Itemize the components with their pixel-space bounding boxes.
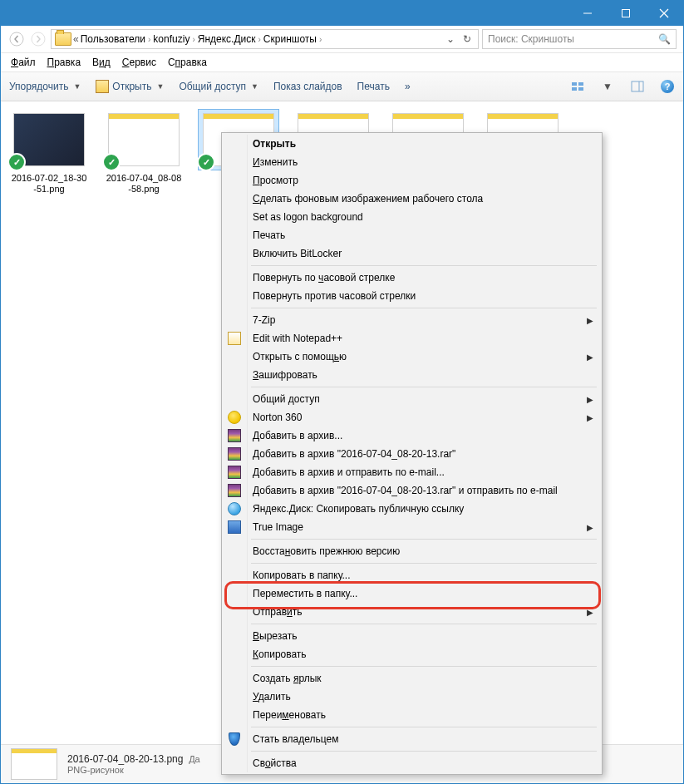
context-menu-item[interactable]: Яндекс.Диск: Скопировать публичную ссылк… [248, 500, 600, 518]
context-menu-label: Включить BitLocker [253, 248, 342, 259]
menu-file[interactable]: Файл [11, 57, 36, 68]
minimize-button[interactable] [568, 1, 607, 26]
context-menu-item[interactable]: Повернуть против часовой стрелки [248, 287, 600, 305]
nav-back-button[interactable] [7, 30, 26, 48]
svg-point-4 [10, 32, 23, 46]
file-item[interactable]: ✓2016-07-04_08-08-58.png [104, 110, 184, 195]
context-menu-item[interactable]: Добавить в архив и отправить по e-mail..… [248, 463, 600, 481]
context-menu-item[interactable]: Повернуть по часовой стрелке [248, 269, 600, 287]
context-menu-separator [251, 539, 597, 540]
context-menu-label: Set as logon background [253, 211, 363, 223]
ti-icon [228, 520, 241, 534]
help-icon[interactable]: ? [660, 79, 675, 94]
context-menu-item[interactable]: Edit with Notepad++ [248, 329, 600, 348]
menubar: Файл Правка Вид Сервис Справка [1, 53, 683, 72]
view-dropdown-icon[interactable]: ▼ [600, 79, 615, 94]
breadcrumb-dropdown-icon[interactable]: ⌄ [443, 33, 458, 45]
context-menu-item[interactable]: Копировать в папку... [248, 566, 600, 584]
chevron-right-icon: › [145, 35, 153, 44]
preview-pane-icon[interactable] [630, 79, 645, 94]
context-menu-item[interactable]: Свойства [248, 754, 600, 772]
context-menu-item[interactable]: Добавить в архив "2016-07-04_08-20-13.ra… [248, 445, 600, 463]
context-menu-label: Переместить в папку... [253, 588, 357, 599]
context-menu-label: Зашифровать [253, 369, 317, 381]
context-menu-label: Восстановить прежнюю версию [253, 545, 400, 557]
rar-icon [228, 484, 241, 497]
organize-button[interactable]: Упорядочить▼ [9, 81, 81, 92]
context-menu-item[interactable]: 7-Zip▶ [248, 311, 600, 329]
context-menu-label: Копировать [253, 648, 307, 660]
norton-icon [228, 411, 241, 424]
menu-help[interactable]: Справка [168, 57, 207, 68]
context-menu-label: Сделать фоновым изображением рабочего ст… [253, 193, 483, 205]
shield-icon [229, 732, 240, 746]
svg-rect-9 [578, 87, 583, 91]
sync-ok-icon: ✓ [102, 153, 121, 171]
share-button[interactable]: Общий доступ▼ [179, 81, 258, 92]
open-icon [96, 80, 109, 93]
context-menu-item[interactable]: Вырезать [248, 627, 600, 645]
refresh-icon[interactable]: ↻ [460, 33, 475, 45]
print-button[interactable]: Печать [357, 81, 390, 92]
context-menu-item[interactable]: Стать владельцем [248, 730, 600, 748]
context-menu-item[interactable]: Добавить в архив... [248, 427, 600, 445]
context-menu-label: Добавить в архив и отправить по e-mail..… [253, 466, 445, 478]
search-input[interactable]: Поиск: Скриншоты 🔍 [482, 29, 677, 49]
context-menu-separator [251, 563, 597, 564]
context-menu-item[interactable]: Сделать фоновым изображением рабочего ст… [248, 190, 600, 208]
open-button[interactable]: Открыть▼ [96, 80, 164, 93]
context-menu-label: Добавить в архив... [253, 430, 342, 441]
breadcrumb-item[interactable]: konfuziy [153, 33, 189, 45]
toolbar-overflow-button[interactable]: » [405, 81, 411, 92]
view-options-icon[interactable] [570, 79, 585, 94]
titlebar [1, 1, 683, 26]
context-menu-item[interactable]: Зашифровать [248, 366, 600, 384]
slideshow-button[interactable]: Показ слайдов [273, 81, 342, 92]
context-menu-item[interactable]: Открыть [248, 135, 600, 153]
menu-edit[interactable]: Правка [47, 57, 81, 68]
context-menu-item[interactable]: Печать [248, 226, 600, 244]
file-item[interactable]: ✓2016-07-02_18-30-51.png [9, 110, 89, 195]
breadcrumb-item[interactable]: Скриншоты [263, 33, 317, 45]
context-menu-item[interactable]: Norton 360▶ [248, 408, 600, 427]
context-menu-item[interactable]: Общий доступ▶ [248, 390, 600, 408]
context-menu-label: Вырезать [253, 630, 297, 642]
sync-ok-icon: ✓ [197, 153, 215, 171]
context-menu-item[interactable]: Копировать [248, 645, 600, 663]
context-menu-item[interactable]: Переименовать [248, 706, 600, 724]
context-menu-label: Яндекс.Диск: Скопировать публичную ссылк… [253, 503, 464, 515]
svg-rect-10 [632, 81, 643, 91]
chevron-right-icon: › [189, 35, 197, 44]
context-menu-item[interactable]: Добавить в архив "2016-07-04_08-20-13.ra… [248, 481, 600, 500]
context-menu-item[interactable]: True Image▶ [248, 518, 600, 536]
context-menu-label: Изменить [253, 156, 298, 168]
status-filename: 2016-07-04_08-20-13.png [67, 753, 183, 765]
context-menu-item[interactable]: Восстановить прежнюю версию [248, 542, 600, 560]
context-menu-label: Добавить в архив "2016-07-04_08-20-13.ra… [253, 485, 558, 496]
context-menu-item[interactable]: Set as logon background [248, 208, 600, 226]
context-menu-item[interactable]: Создать ярлык [248, 669, 600, 688]
search-icon: 🔍 [658, 33, 671, 45]
context-menu-item[interactable]: Включить BitLocker [248, 244, 600, 263]
context-menu-item[interactable]: Отправить▶ [248, 603, 600, 621]
context-menu-separator [251, 727, 597, 727]
toolbar: Упорядочить▼ Открыть▼ Общий доступ▼ Пока… [1, 72, 683, 101]
search-placeholder: Поиск: Скриншоты [488, 33, 574, 45]
context-menu-label: Norton 360 [253, 412, 302, 423]
context-menu-item[interactable]: Просмотр [248, 171, 600, 190]
context-menu-item[interactable]: Переместить в папку... [248, 584, 600, 603]
context-menu-item[interactable]: Изменить [248, 153, 600, 171]
close-button[interactable] [645, 1, 683, 26]
menu-tools[interactable]: Сервис [122, 57, 156, 68]
context-menu-item[interactable]: Открыть с помощью▶ [248, 348, 600, 366]
nav-forward-button[interactable] [29, 30, 47, 48]
context-menu-separator [251, 624, 597, 624]
maximize-button[interactable] [607, 1, 645, 26]
breadcrumb-item[interactable]: Яндекс.Диск [198, 33, 256, 45]
svg-rect-8 [572, 87, 577, 91]
breadcrumb[interactable]: « Пользователи›konfuziy›Яндекс.Диск›Скри… [51, 29, 479, 49]
context-menu-item[interactable]: Удалить [248, 688, 600, 706]
rar-icon [228, 447, 241, 461]
breadcrumb-item[interactable]: Пользователи [81, 33, 145, 45]
menu-view[interactable]: Вид [92, 57, 111, 68]
